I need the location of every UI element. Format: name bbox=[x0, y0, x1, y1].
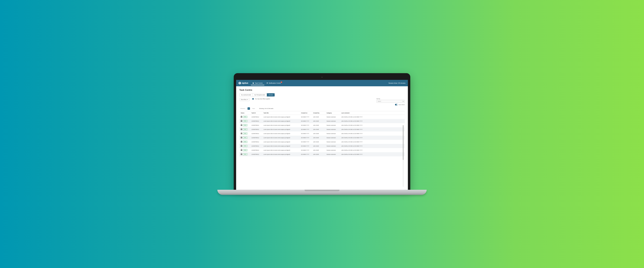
cell-created-by: John Smith bbox=[312, 123, 325, 127]
sort-arrows-icon: ⇅ ▾ bbox=[402, 101, 404, 102]
lock-icon bbox=[241, 124, 242, 126]
cell-task-id: 123456789012 bbox=[250, 119, 262, 123]
cell-task-id: 123456789012 bbox=[250, 144, 262, 148]
col-created-on[interactable]: Created on bbox=[300, 111, 312, 115]
filter-info: i You may have filters applied bbox=[252, 98, 270, 100]
nav-links: Task Centre Notification Centre 9 bbox=[251, 80, 282, 86]
trackpad-notch bbox=[304, 190, 340, 192]
cell-last-comment: John Smith at HH:MM on DD MMM YYYY bbox=[340, 136, 405, 140]
auto-refresh-label: Auto refresh bbox=[399, 104, 405, 105]
table-row[interactable]: OPEN123456789012Lorem ipsum dolor sit am… bbox=[239, 123, 405, 127]
col-task-id[interactable]: Task ID bbox=[250, 111, 262, 115]
cell-category: Session extension bbox=[325, 115, 340, 119]
laptop-base bbox=[217, 190, 427, 195]
auto-refresh-row: Auto refresh bbox=[376, 104, 405, 105]
cell-category: Session extension bbox=[325, 140, 340, 144]
cell-task-title: Lorem ipsum dolor sit amet omnis saepe q… bbox=[262, 119, 300, 123]
laptop-frame: iaptus Task Centre Notification Centre bbox=[234, 73, 410, 190]
col-last-comment[interactable]: Last comment bbox=[340, 111, 405, 115]
status-badge: OPEN bbox=[243, 124, 248, 126]
cell-task-id: 123456789012 bbox=[250, 136, 262, 140]
task-scope-tabs: My caseload tasks My Therapists tasks Al… bbox=[239, 93, 405, 96]
auto-refresh-toggle[interactable] bbox=[395, 104, 398, 105]
table-row[interactable]: OPEN123456789012Lorem ipsum dolor sit am… bbox=[239, 131, 405, 136]
cell-category: Session extension bbox=[325, 152, 340, 156]
info-icon: i bbox=[252, 98, 254, 100]
pagination-page-1[interactable]: 1 bbox=[248, 107, 250, 110]
cell-created-by: John Smith bbox=[312, 127, 325, 131]
cell-category: Session extension bbox=[325, 131, 340, 136]
cell-created-by: John Smith bbox=[312, 144, 325, 148]
cell-created-by: John Smith bbox=[312, 119, 325, 123]
cell-task-title: Lorem ipsum dolor sit amet omnis saepe q… bbox=[262, 123, 300, 127]
status-badge: OPEN bbox=[243, 141, 248, 143]
logo[interactable]: iaptus bbox=[238, 82, 248, 84]
table-header-row: Status Task ID Task title Created on Cre… bbox=[239, 111, 405, 115]
status-badge: OPEN bbox=[243, 153, 248, 155]
cell-task-title: Lorem ipsum dolor sit amet omnis saepe q… bbox=[262, 136, 300, 140]
scrollbar-thumb[interactable] bbox=[403, 125, 404, 160]
cell-created-on: DD MMM YYYY bbox=[300, 123, 312, 127]
cell-last-comment: John Smith at HH:MM on DD MMM YYYY bbox=[340, 127, 405, 131]
col-category[interactable]: Category bbox=[325, 111, 340, 115]
cell-created-by: John Smith bbox=[312, 115, 325, 119]
col-status[interactable]: Status bbox=[239, 111, 250, 115]
cell-created-on: DD MMM YYYY bbox=[300, 131, 312, 136]
cell-task-title: Lorem ipsum dolor sit amet omnis saepe q… bbox=[262, 140, 300, 144]
cell-category: Session extension bbox=[325, 123, 340, 127]
col-task-title[interactable]: Task title bbox=[262, 111, 300, 115]
cell-created-on: DD MMM YYYY bbox=[300, 136, 312, 140]
cell-category: Session extension bbox=[325, 136, 340, 140]
tab-my-therapists[interactable]: My Therapists tasks bbox=[253, 93, 267, 96]
cell-created-on: DD MMM YYYY bbox=[300, 144, 312, 148]
notification-badge: 9 bbox=[281, 81, 282, 83]
cell-task-id: 123456789012 bbox=[250, 127, 262, 131]
table-row[interactable]: OPEN123456789012Lorem ipsum dolor sit am… bbox=[239, 148, 405, 152]
cell-created-by: John Smith bbox=[312, 140, 325, 144]
cell-created-on: DD MMM YYYY bbox=[300, 140, 312, 144]
bell-icon bbox=[266, 82, 268, 84]
cell-task-title: Lorem ipsum dolor sit amet omnis saepe q… bbox=[262, 148, 300, 152]
tab-my-caseload[interactable]: My caseload tasks bbox=[239, 93, 253, 96]
cell-created-by: John Smith bbox=[312, 148, 325, 152]
table-row[interactable]: OPEN123456789012Lorem ipsum dolor sit am… bbox=[239, 119, 405, 123]
cell-task-id: 123456789012 bbox=[250, 140, 262, 144]
cell-task-title: Lorem ipsum dolor sit amet omnis saepe q… bbox=[262, 131, 300, 136]
cell-last-comment: John Smith at HH:MM on DD MMM YYYY bbox=[340, 131, 405, 136]
col-created-by[interactable]: Created by bbox=[312, 111, 325, 115]
cell-created-by: John Smith bbox=[312, 136, 325, 140]
sort-label: Sort by bbox=[376, 98, 405, 99]
pagination-showing: Showing 1-50 of 348 tasks bbox=[259, 108, 274, 109]
scrollbar[interactable] bbox=[403, 125, 404, 187]
cell-last-comment: John Smith at HH:MM on DD MMM YYYY bbox=[340, 140, 405, 144]
table-row[interactable]: OPEN123456789012Lorem ipsum dolor sit am… bbox=[239, 152, 405, 156]
table-row[interactable]: OPEN123456789012Lorem ipsum dolor sit am… bbox=[239, 144, 405, 148]
toolbar: Show filters i You may have filters appl… bbox=[239, 98, 405, 105]
cell-last-comment: John Smith at HH:MM on DD MMM YYYY bbox=[340, 148, 405, 152]
show-filters-button[interactable]: Show filters bbox=[239, 98, 250, 101]
lock-icon bbox=[241, 137, 242, 138]
pagination-previous[interactable]: Previous bbox=[239, 107, 246, 110]
pagination-next[interactable]: Next bbox=[251, 107, 256, 110]
lock-icon bbox=[241, 154, 242, 155]
page-content: Task Centre My caseload tasks My Therapi… bbox=[236, 86, 408, 190]
table-row[interactable]: OPEN123456789012Lorem ipsum dolor sit am… bbox=[239, 127, 405, 131]
table-row[interactable]: OPEN123456789012Lorem ipsum dolor sit am… bbox=[239, 136, 405, 140]
status-badge: OPEN bbox=[243, 133, 248, 135]
cell-task-id: 123456789012 bbox=[250, 115, 262, 119]
filter-info-text: You may have filters applied bbox=[255, 98, 270, 100]
show-filters-label: Show filters bbox=[241, 99, 247, 100]
nav-notification-centre[interactable]: Notification Centre 9 bbox=[265, 81, 282, 85]
sort-placeholder: Select bbox=[378, 101, 381, 102]
sort-select[interactable]: Select ⇅ ▾ bbox=[376, 100, 405, 103]
lock-icon bbox=[241, 116, 242, 118]
nav-task-centre[interactable]: Task Centre bbox=[251, 81, 264, 85]
lock-icon bbox=[241, 145, 242, 147]
app-screen: iaptus Task Centre Notification Centre bbox=[236, 80, 408, 190]
cell-last-comment: John Smith at HH:MM on DD MMM YYYY bbox=[340, 119, 405, 123]
table-row[interactable]: OPEN123456789012Lorem ipsum dolor sit am… bbox=[239, 140, 405, 144]
table-row[interactable]: OPEN123456789012Lorem ipsum dolor sit am… bbox=[239, 115, 405, 119]
tab-all-tasks[interactable]: All tasks bbox=[267, 93, 275, 96]
cell-created-by: John Smith bbox=[312, 152, 325, 156]
lock-icon bbox=[241, 149, 242, 151]
